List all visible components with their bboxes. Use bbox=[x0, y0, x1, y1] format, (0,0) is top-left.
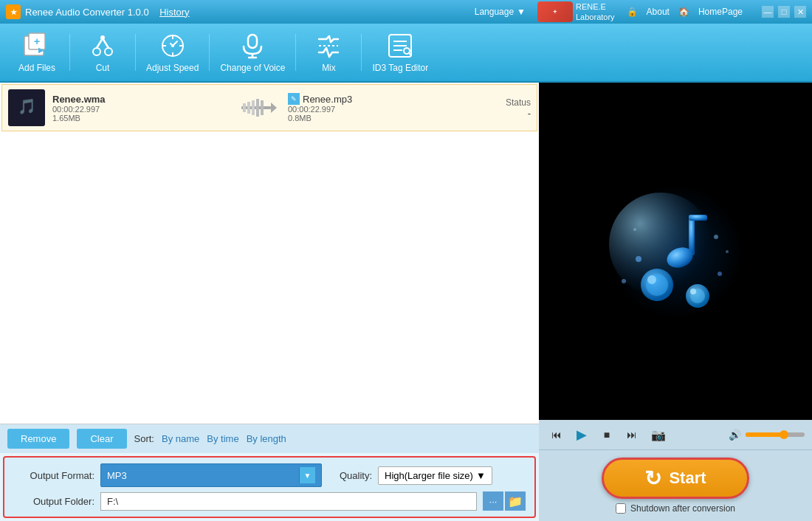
sort-by-name[interactable]: By name bbox=[162, 433, 199, 444]
left-panel: 🎵 Renee.wma 00:00:22.997 1.65MB bbox=[0, 83, 539, 521]
svg-marker-29 bbox=[271, 103, 277, 113]
volume-icon: 🔊 bbox=[729, 429, 741, 441]
mix-icon bbox=[314, 32, 343, 60]
status-value: - bbox=[472, 108, 531, 119]
toolbar-sep-5 bbox=[361, 34, 362, 71]
language-btn[interactable]: Language ▼ bbox=[475, 7, 526, 17]
window-controls: — □ ✕ bbox=[762, 6, 806, 18]
sort-by-length[interactable]: By length bbox=[247, 433, 286, 444]
toolbar-sep-4 bbox=[295, 34, 296, 71]
format-value: MP3 bbox=[107, 470, 299, 481]
browse-folder-btn[interactable]: ··· bbox=[483, 491, 503, 511]
music-visual bbox=[602, 178, 749, 325]
output-filename: Renee.mp3 bbox=[303, 94, 352, 105]
settings-bar: Output Format: MP3 ▼ Quality: High(Large… bbox=[3, 456, 536, 518]
quality-label: Quality: bbox=[328, 470, 372, 481]
mix-btn[interactable]: Mix bbox=[299, 27, 358, 78]
output-format-label: Output Format: bbox=[13, 470, 94, 481]
add-files-icon: + ▶ bbox=[23, 32, 51, 60]
preview-area bbox=[539, 83, 812, 420]
id3-tag-editor-btn[interactable]: ID3 Tag Editor bbox=[365, 27, 436, 78]
format-dropdown-arrow: ▼ bbox=[299, 467, 315, 483]
input-duration: 00:00:22.997 bbox=[52, 105, 229, 114]
shutdown-row: Shutdown after conversion bbox=[616, 503, 735, 514]
toolbar-sep-3 bbox=[209, 34, 210, 71]
svg-rect-34 bbox=[261, 100, 264, 115]
folder-buttons: ··· 📁 bbox=[483, 491, 526, 511]
svg-text:▶: ▶ bbox=[38, 46, 44, 54]
start-button[interactable]: ↻ Start bbox=[602, 458, 749, 499]
toolbar-sep-1 bbox=[69, 34, 70, 71]
adjust-speed-btn[interactable]: Adjust Speed bbox=[139, 27, 206, 78]
volume-slider[interactable] bbox=[746, 432, 805, 437]
file-list: 🎵 Renee.wma 00:00:22.997 1.65MB bbox=[0, 83, 539, 424]
start-refresh-icon: ↻ bbox=[644, 466, 661, 491]
status-area: Status - bbox=[472, 97, 531, 119]
volume-control: 🔊 bbox=[729, 429, 805, 441]
homepage-btn[interactable]: HomePage bbox=[698, 7, 743, 17]
add-files-label: Add Files bbox=[18, 63, 55, 73]
player-buttons: ⏮ ▶ ■ ⏭ 📷 🔊 bbox=[546, 424, 805, 445]
sort-label: Sort: bbox=[134, 433, 154, 444]
edit-output-icon[interactable]: ✎ bbox=[288, 93, 300, 105]
folder-input[interactable] bbox=[100, 492, 477, 511]
format-dropdown[interactable]: MP3 ▼ bbox=[100, 463, 322, 487]
volume-thumb bbox=[780, 430, 788, 439]
clear-button[interactable]: Clear bbox=[77, 429, 126, 449]
quality-dropdown[interactable]: High(Larger file size) ▼ bbox=[378, 466, 492, 485]
history-link[interactable]: History bbox=[159, 7, 189, 18]
start-label: Start bbox=[669, 469, 706, 488]
svg-line-7 bbox=[103, 38, 109, 48]
file-thumbnail: 🎵 bbox=[8, 89, 45, 126]
app-logo: ★ bbox=[6, 4, 21, 19]
quality-arrow: ▼ bbox=[476, 470, 486, 481]
svg-point-4 bbox=[93, 48, 100, 55]
volume-fill bbox=[746, 432, 781, 437]
stop-btn[interactable]: ■ bbox=[596, 424, 617, 445]
id3-tag-icon bbox=[386, 32, 414, 60]
remove-button[interactable]: Remove bbox=[7, 429, 69, 449]
toolbar: + ▶ Add Files Cut bbox=[0, 24, 812, 83]
input-size: 1.65MB bbox=[52, 114, 229, 123]
svg-rect-38 bbox=[689, 215, 695, 255]
svg-point-8 bbox=[100, 35, 105, 40]
play-btn[interactable]: ▶ bbox=[571, 424, 592, 445]
status-label: Status bbox=[472, 97, 531, 108]
main-area: 🎵 Renee.wma 00:00:22.997 1.65MB bbox=[0, 83, 812, 521]
skip-back-btn[interactable]: ⏮ bbox=[546, 424, 567, 445]
svg-rect-30 bbox=[243, 103, 246, 112]
mix-label: Mix bbox=[322, 63, 336, 73]
cut-icon bbox=[89, 32, 117, 60]
change-of-voice-label: Change of Voice bbox=[220, 63, 285, 73]
change-of-voice-btn[interactable]: Change of Voice bbox=[213, 27, 292, 78]
maximize-btn[interactable]: □ bbox=[778, 6, 790, 18]
output-folder-label: Output Folder: bbox=[13, 496, 94, 507]
shutdown-checkbox[interactable] bbox=[616, 503, 626, 514]
svg-text:🎵: 🎵 bbox=[18, 97, 36, 115]
file-input-info: Renee.wma 00:00:22.997 1.65MB bbox=[52, 94, 229, 123]
svg-point-52 bbox=[622, 279, 626, 283]
skip-forward-btn[interactable]: ⏭ bbox=[622, 424, 642, 445]
svg-point-47 bbox=[636, 256, 641, 262]
svg-point-51 bbox=[726, 250, 729, 253]
add-files-btn[interactable]: + ▶ Add Files bbox=[7, 27, 66, 78]
lock-icon: 🔒 bbox=[627, 7, 638, 17]
folder-row: Output Folder: ··· 📁 bbox=[13, 491, 526, 511]
svg-point-48 bbox=[714, 235, 718, 239]
close-btn[interactable]: ✕ bbox=[794, 6, 806, 18]
about-btn[interactable]: About bbox=[647, 7, 670, 17]
sort-bar: Remove Clear Sort: By name By time By le… bbox=[0, 424, 539, 453]
cut-btn[interactable]: Cut bbox=[73, 27, 132, 78]
screenshot-btn[interactable]: 📷 bbox=[647, 424, 670, 445]
open-folder-btn[interactable]: 📁 bbox=[505, 491, 526, 511]
sort-by-time[interactable]: By time bbox=[207, 433, 238, 444]
output-duration: 00:00:22.997 bbox=[288, 105, 464, 114]
input-filename: Renee.wma bbox=[52, 94, 229, 105]
titlebar: ★ Renee Audio Converter 1.0.0 History La… bbox=[0, 0, 812, 24]
app-title: Renee Audio Converter 1.0.0 History bbox=[25, 7, 475, 18]
minimize-btn[interactable]: — bbox=[762, 6, 774, 18]
svg-rect-32 bbox=[252, 100, 255, 115]
svg-point-49 bbox=[633, 228, 636, 231]
svg-point-50 bbox=[718, 272, 722, 276]
quality-value: High(Larger file size) bbox=[385, 470, 473, 481]
